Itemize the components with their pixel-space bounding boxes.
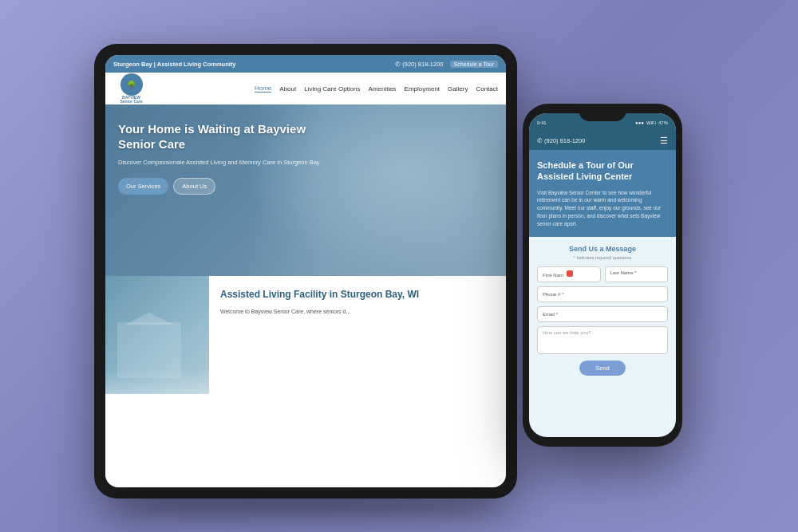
first-name-label: First Nam: [543, 273, 563, 278]
send-button[interactable]: Send: [579, 361, 626, 376]
hero-title: Your Home is Waiting at Bayview Senior C…: [118, 122, 333, 152]
tablet-device: Sturgeon Bay | Assisted Living Community…: [94, 44, 517, 499]
logo-text: BAYVIEWSenior Care: [120, 96, 142, 104]
phone-hero-text: Visit Bayview Senior Center to see how w…: [537, 189, 668, 228]
tablet-hero: Your Home is Waiting at Bayview Senior C…: [105, 104, 506, 276]
hero-content: Your Home is Waiting at Bayview Senior C…: [105, 104, 346, 212]
last-name-input[interactable]: Last Name *: [605, 266, 669, 282]
phone-hero: Schedule a Tour of Our Assisted Living C…: [529, 150, 676, 237]
phone-hero-title: Schedule a Tour of Our Assisted Living C…: [537, 160, 668, 183]
hamburger-menu-icon[interactable]: ☰: [660, 136, 668, 146]
tablet-topbar: Sturgeon Bay | Assisted Living Community…: [105, 55, 506, 73]
tablet-section: Assisted Living Facility in Sturgeon Bay…: [105, 276, 506, 394]
tablet-phone-number: ✆ (920) 818-1200: [395, 61, 443, 68]
our-services-button[interactable]: Our Services: [118, 178, 168, 195]
logo-icon: 🌳: [120, 73, 143, 96]
section-image-overlay: [105, 370, 209, 394]
email-input[interactable]: Email *: [537, 306, 668, 322]
phone-battery: 47%: [658, 120, 668, 125]
phone-device: 9:41 ●●● WiFi 47% ✆ (920) 818-1200 ☰ Sch…: [523, 104, 682, 447]
required-indicator: [567, 270, 573, 277]
phone-input[interactable]: Phone # *: [537, 286, 668, 302]
form-required-note: * Indicates required questions: [537, 255, 668, 260]
tablet-screen: Sturgeon Bay | Assisted Living Community…: [105, 55, 506, 487]
hero-buttons: Our Services About Us: [118, 178, 333, 195]
phone-topbar: ✆ (920) 818-1200 ☰: [529, 131, 676, 150]
section-body: Welcome to Bayview Senior Care, where se…: [220, 308, 495, 317]
tablet-topbar-right: ✆ (920) 818-1200 Schedule a Tour: [395, 61, 498, 68]
phone-signal-icon: ●●●: [635, 120, 644, 125]
section-building-image: [105, 276, 209, 394]
nav-link-amenities[interactable]: Amenities: [368, 85, 396, 93]
phone-notch: [579, 104, 626, 121]
section-text: Assisted Living Facility in Sturgeon Bay…: [209, 276, 506, 394]
nav-link-gallery[interactable]: Gallery: [448, 85, 468, 93]
phone-screen: 9:41 ●●● WiFi 47% ✆ (920) 818-1200 ☰ Sch…: [529, 113, 676, 437]
phone-time: 9:41: [537, 120, 547, 125]
nav-link-employment[interactable]: Employment: [405, 85, 440, 93]
first-name-input[interactable]: First Nam: [537, 266, 601, 282]
phone-form-section: Send Us a Message * Indicates required q…: [529, 237, 676, 384]
section-title: Assisted Living Facility in Sturgeon Bay…: [220, 289, 495, 301]
tablet-logo: 🌳 BAYVIEWSenior Care: [113, 73, 149, 104]
message-textarea[interactable]: How can we help you?: [537, 326, 668, 354]
nav-link-living-care[interactable]: Living Care Options: [304, 85, 360, 93]
tablet-schedule-btn[interactable]: Schedule a Tour: [450, 61, 498, 68]
nav-link-about[interactable]: About: [279, 85, 296, 93]
nav-link-contact[interactable]: Contact: [476, 85, 498, 93]
phone-status-right: ●●● WiFi 47%: [635, 120, 668, 125]
tablet-topbar-location: Sturgeon Bay | Assisted Living Community: [113, 61, 236, 68]
phone-topbar-number[interactable]: ✆ (920) 818-1200: [537, 137, 585, 144]
tablet-nav-links: Home About Living Care Options Amenities…: [255, 85, 498, 93]
about-us-button[interactable]: About Us: [173, 178, 215, 195]
tablet-nav: 🌳 BAYVIEWSenior Care Home About Living C…: [105, 73, 506, 104]
hero-subtitle: Discover Compassionate Assisted Living a…: [118, 159, 333, 167]
phone-wifi-icon: WiFi: [646, 120, 656, 125]
name-row: First Nam Last Name *: [537, 266, 668, 282]
nav-link-home[interactable]: Home: [255, 85, 271, 93]
form-title: Send Us a Message: [537, 245, 668, 253]
